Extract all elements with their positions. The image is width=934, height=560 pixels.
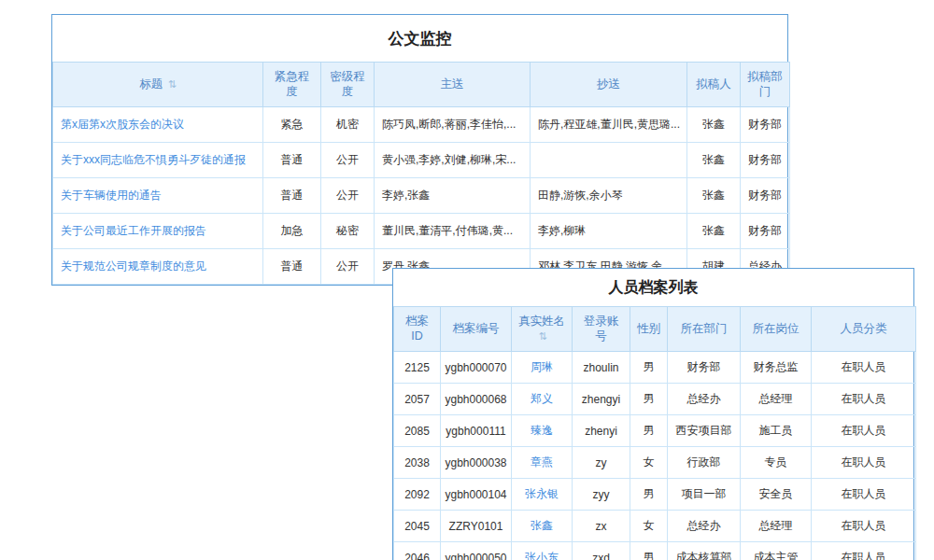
cell-title: 关于规范公司规章制度的意见: [53, 249, 263, 285]
cell-draft-dept: 财务部: [741, 143, 790, 178]
col-header-security: 密级程度: [321, 63, 375, 107]
cell-archive-no: ygbh000038: [441, 447, 512, 479]
doc-title-link[interactable]: 关于规范公司规章制度的意见: [61, 259, 206, 273]
col-header-position: 所在岗位: [741, 307, 812, 352]
cell-department: 总经办: [668, 511, 741, 542]
doc-monitor-table: 标题 ⇅ 紧急程度 密级程度 主送 抄送 拟稿人 拟稿部门 第x届第x次股东会的…: [52, 62, 790, 285]
col-header-title-label: 标题: [139, 77, 163, 91]
cell-title: 关于xxx同志临危不惧勇斗歹徒的通报: [53, 143, 263, 178]
col-header-main-send: 主送: [375, 63, 531, 107]
cell-archive-no: ZZRY0101: [441, 511, 512, 542]
doc-title-link[interactable]: 关于车辆使用的通告: [61, 189, 162, 202]
cell-urgency: 普通: [263, 249, 321, 285]
cell-gender: 男: [630, 415, 668, 447]
personnel-table: 档案ID 档案编号 真实姓名 ⇅ 登录账号 性别 所在部门 所在岗位 人员分类 …: [393, 306, 916, 560]
table-row: 2046 ygbh000050 张小东 zxd 男 成本核算部 成本主管 在职人…: [394, 542, 916, 560]
cell-archive-id: 2046: [394, 542, 441, 560]
cell-archive-no: ygbh000070: [441, 352, 512, 384]
cell-real-name: 张小东: [512, 542, 573, 560]
cell-real-name: 周琳: [512, 352, 573, 384]
cell-category: 在职人员: [812, 511, 916, 542]
doc-title-link[interactable]: 第x届第x次股东会的决议: [61, 118, 184, 131]
person-name-link[interactable]: 周琳: [531, 360, 553, 373]
person-name-link[interactable]: 张小东: [525, 551, 559, 560]
col-header-archive-no: 档案编号: [441, 307, 512, 352]
table-row: 2125 ygbh000070 周琳 zhoulin 男 财务部 财务总监 在职…: [394, 352, 916, 384]
cell-real-name: 张永银: [512, 479, 573, 511]
sort-icon[interactable]: ⇅: [168, 78, 177, 90]
cell-draft-dept: 财务部: [741, 178, 790, 214]
person-name-link[interactable]: 臻逸: [531, 424, 553, 437]
cell-gender: 女: [630, 447, 668, 479]
cell-department: 财务部: [668, 352, 741, 384]
cell-gender: 男: [630, 542, 668, 560]
person-name-link[interactable]: 张永银: [525, 487, 559, 500]
cell-real-name: 郑义: [512, 384, 573, 415]
cell-cc: [531, 143, 687, 178]
person-name-link[interactable]: 郑义: [531, 392, 553, 405]
col-header-real-name[interactable]: 真实姓名 ⇅: [512, 307, 573, 352]
cell-security: 公开: [321, 143, 375, 178]
cell-account: zx: [573, 511, 630, 542]
cell-drafter: 张鑫: [687, 143, 741, 178]
table-row: 2045 ZZRY0101 张鑫 zx 女 总经办 总经理 在职人员: [394, 511, 916, 542]
cell-account: zxd: [573, 542, 630, 560]
cell-account: zhengyi: [573, 384, 630, 415]
doc-header-row: 标题 ⇅ 紧急程度 密级程度 主送 抄送 拟稿人 拟稿部门: [53, 63, 790, 107]
sort-icon[interactable]: ⇅: [538, 330, 546, 342]
personnel-title: 人员档案列表: [393, 269, 913, 306]
cell-position: 总经理: [741, 511, 812, 542]
col-header-urgency: 紧急程度: [263, 63, 321, 107]
doc-title-link[interactable]: 关于公司最近工作开展的报告: [61, 224, 206, 237]
cell-category: 在职人员: [812, 447, 916, 479]
cell-account: zhoulin: [573, 352, 630, 384]
cell-gender: 男: [630, 479, 668, 511]
col-header-drafter: 拟稿人: [687, 63, 741, 107]
cell-drafter: 张鑫: [687, 214, 741, 249]
cell-urgency: 普通: [263, 178, 321, 214]
cell-archive-no: ygbh000050: [441, 542, 512, 560]
cell-archive-id: 2125: [394, 352, 441, 384]
cell-gender: 女: [630, 511, 668, 542]
col-header-gender: 性别: [630, 307, 668, 352]
cell-department: 行政部: [668, 447, 741, 479]
cell-department: 总经办: [668, 384, 741, 415]
page-canvas: 公文监控 标题 ⇅ 紧急程度 密级程度 主送 抄送 拟稿人 拟稿部门: [0, 0, 934, 560]
cell-main-send: 董川民,董清平,付伟璐,黄...: [375, 214, 531, 249]
cell-urgency: 加急: [263, 214, 321, 249]
cell-cc: 李婷,柳琳: [531, 214, 687, 249]
cell-security: 秘密: [321, 214, 375, 249]
cell-position: 安全员: [741, 479, 812, 511]
cell-archive-id: 2038: [394, 447, 441, 479]
cell-account: zhenyi: [573, 415, 630, 447]
personnel-header-row: 档案ID 档案编号 真实姓名 ⇅ 登录账号 性别 所在部门 所在岗位 人员分类: [394, 307, 916, 352]
cell-account: zyy: [573, 479, 630, 511]
cell-category: 在职人员: [812, 384, 916, 415]
table-row: 2038 ygbh000038 章燕 zy 女 行政部 专员 在职人员: [394, 447, 916, 479]
cell-archive-no: ygbh000111: [441, 415, 512, 447]
cell-department: 西安项目部: [668, 415, 741, 447]
person-name-link[interactable]: 章燕: [531, 455, 553, 469]
table-row: 关于xxx同志临危不惧勇斗歹徒的通报 普通 公开 黄小强,李婷,刘健,柳琳,宋.…: [53, 143, 790, 178]
cell-draft-dept: 财务部: [741, 107, 790, 143]
cell-title: 关于公司最近工作开展的报告: [53, 214, 263, 249]
cell-archive-id: 2085: [394, 415, 441, 447]
table-row: 关于车辆使用的通告 普通 公开 李婷,张鑫 田静,游恢,余小琴 张鑫 财务部: [53, 178, 790, 214]
cell-title: 第x届第x次股东会的决议: [53, 107, 263, 143]
cell-category: 在职人员: [812, 352, 916, 384]
cell-department: 项目一部: [668, 479, 741, 511]
cell-main-send: 黄小强,李婷,刘健,柳琳,宋...: [375, 143, 531, 178]
person-name-link[interactable]: 张鑫: [531, 519, 553, 532]
cell-archive-id: 2057: [394, 384, 441, 415]
col-header-archive-id: 档案ID: [394, 307, 441, 352]
personnel-panel: 人员档案列表 档案ID 档案编号 真实姓名 ⇅ 登录账号 性别 所在部门 所在岗…: [392, 268, 914, 560]
cell-position: 总经理: [741, 384, 812, 415]
cell-archive-no: ygbh000104: [441, 479, 512, 511]
col-header-title[interactable]: 标题 ⇅: [53, 63, 263, 107]
cell-urgency: 普通: [263, 143, 321, 178]
col-header-draft-dept: 拟稿部门: [741, 63, 790, 107]
cell-real-name: 臻逸: [512, 415, 573, 447]
cell-security: 公开: [321, 249, 375, 285]
doc-title-link[interactable]: 关于xxx同志临危不惧勇斗歹徒的通报: [61, 153, 246, 166]
cell-archive-id: 2092: [394, 479, 441, 511]
